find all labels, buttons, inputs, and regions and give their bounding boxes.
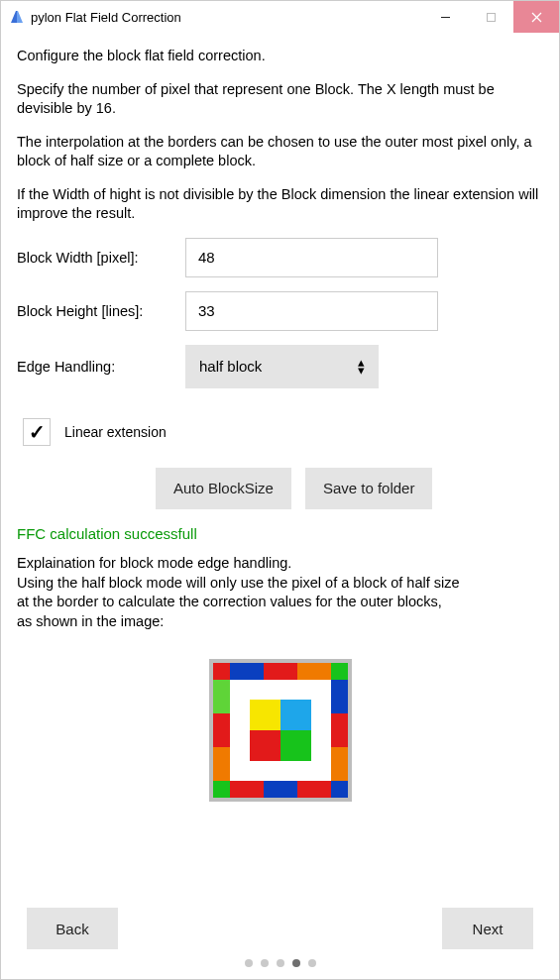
- diagram-container: [17, 659, 543, 802]
- block-height-label: Block Height [lines]:: [17, 303, 185, 319]
- spinner-arrows-icon: ▴▾: [358, 359, 365, 375]
- explanation-text: Explaination for block mode edge handlin…: [17, 554, 543, 631]
- block-width-label: Block Width [pixel]:: [17, 250, 185, 266]
- explain-l4: as shown in the image:: [17, 613, 164, 629]
- page-dot[interactable]: [292, 959, 300, 967]
- intro-p4: If the Width of hight is not divisible b…: [17, 185, 543, 224]
- edge-handling-row: Edge Handling: half block ▴▾: [17, 345, 543, 388]
- page-indicator: [17, 959, 543, 973]
- page-dot[interactable]: [245, 959, 253, 967]
- app-icon: [9, 9, 25, 25]
- wizard-footer: Back Next: [17, 908, 543, 955]
- svg-rect-1: [487, 13, 495, 21]
- intro-p2: Specify the number of pixel that represe…: [17, 80, 543, 119]
- edge-handling-label: Edge Handling:: [17, 359, 185, 375]
- content-area: Configure the block flat field correctio…: [1, 33, 559, 979]
- maximize-button[interactable]: [468, 1, 513, 33]
- linear-extension-label: Linear extension: [64, 424, 167, 440]
- block-diagram: [209, 659, 352, 802]
- edge-handling-select[interactable]: half block ▴▾: [185, 345, 379, 388]
- intro-p1: Configure the block flat field correctio…: [17, 47, 543, 66]
- save-to-folder-button[interactable]: Save to folder: [305, 468, 433, 509]
- explain-title: Explaination for block mode edge handlin…: [17, 555, 291, 571]
- titlebar: pylon Flat Field Correction: [1, 1, 559, 33]
- block-height-row: Block Height [lines]:: [17, 291, 543, 331]
- explain-l3: at the border to calculate the correctio…: [17, 594, 442, 609]
- page-dot[interactable]: [261, 959, 269, 967]
- status-text: FFC calculation successfull: [17, 525, 543, 542]
- linear-extension-row: ✓ Linear extension: [23, 418, 543, 446]
- explain-l2: Using the half block mode will only use …: [17, 575, 460, 591]
- auto-blocksize-button[interactable]: Auto BlockSize: [156, 468, 291, 509]
- next-button[interactable]: Next: [442, 908, 533, 949]
- action-buttons: Auto BlockSize Save to folder: [156, 468, 543, 509]
- edge-handling-value: half block: [199, 358, 262, 375]
- close-button[interactable]: [513, 1, 559, 33]
- intro-p3: The interpolation at the borders can be …: [17, 133, 543, 171]
- window-title: pylon Flat Field Correction: [31, 10, 422, 25]
- page-dot[interactable]: [277, 959, 284, 967]
- back-button[interactable]: Back: [27, 908, 118, 949]
- block-width-row: Block Width [pixel]:: [17, 238, 543, 277]
- intro-text: Configure the block flat field correctio…: [17, 47, 543, 238]
- minimize-button[interactable]: [422, 1, 468, 33]
- linear-extension-checkbox[interactable]: ✓: [23, 418, 51, 446]
- page-dot[interactable]: [308, 959, 316, 967]
- window-controls: [422, 1, 559, 33]
- block-height-input[interactable]: [185, 291, 438, 331]
- block-width-input[interactable]: [185, 238, 438, 277]
